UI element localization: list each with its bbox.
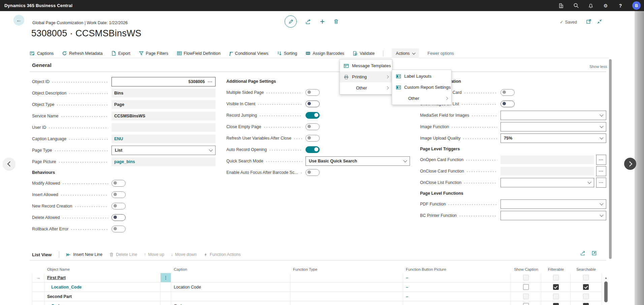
table-row[interactable]: Code Code –	[32, 301, 602, 305]
col-header-function-button-picture[interactable]: Function Button Picture	[403, 264, 511, 273]
col-header-object-name[interactable]: Object Name	[44, 264, 161, 273]
table-scrollbar[interactable]: ▲	[604, 276, 608, 302]
show-less-link[interactable]: Show less	[589, 65, 607, 69]
cell-function-button-picture[interactable]: –	[403, 282, 511, 292]
bell-icon[interactable]	[588, 3, 594, 9]
sorting-button[interactable]: Sorting	[277, 51, 297, 56]
flowfield-definition-button[interactable]: FlowField Definition	[177, 51, 221, 56]
cell-context-menu[interactable]	[161, 301, 171, 305]
assist-edit-icon[interactable]: ···	[208, 80, 213, 84]
bc-printer-function-select[interactable]	[501, 211, 606, 220]
filterable-checkbox[interactable]	[553, 284, 559, 290]
show-caption-checkbox[interactable]	[523, 275, 529, 280]
auto-record-opening-toggle[interactable]	[305, 146, 320, 153]
fewer-options-button[interactable]: Fewer options	[427, 51, 454, 56]
close-empty-page-toggle[interactable]	[305, 123, 320, 130]
show-caption-checkbox[interactable]	[523, 303, 529, 305]
open-in-window-icon[interactable]	[586, 19, 591, 24]
record-jumping-toggle[interactable]	[305, 112, 320, 119]
assist-edit-button[interactable]: ···	[596, 178, 606, 188]
avatar[interactable]: B	[632, 1, 641, 10]
delete-icon[interactable]	[333, 19, 339, 24]
previous-record-button[interactable]	[3, 158, 15, 170]
cell-function-type[interactable]	[290, 273, 403, 282]
cell-function-type[interactable]	[290, 292, 403, 301]
next-record-button[interactable]	[624, 158, 636, 170]
col-header-show-caption[interactable]: Show Caption	[511, 264, 541, 273]
onclose-list-function-select[interactable]	[501, 178, 594, 187]
cell-context-menu[interactable]	[161, 292, 171, 301]
content-scrollbar[interactable]	[609, 59, 612, 259]
searchable-checkbox[interactable]	[583, 275, 589, 280]
new-record-creation-toggle[interactable]	[111, 203, 126, 209]
edit-button[interactable]	[285, 15, 297, 28]
scroll-up-icon[interactable]: ▲	[605, 276, 607, 280]
searchable-checkbox[interactable]	[583, 294, 589, 299]
refresh-user-variables-toggle[interactable]	[305, 135, 320, 142]
share-icon[interactable]	[305, 19, 311, 25]
move-down-button[interactable]: ↓ Move down	[171, 252, 197, 257]
col-header-filterable[interactable]: Filterable	[541, 264, 571, 273]
cell-function-button-picture[interactable]: –	[403, 301, 511, 305]
searchable-checkbox[interactable]	[583, 303, 589, 305]
gear-icon[interactable]: ⚙	[603, 3, 609, 9]
assist-edit-button[interactable]: ···	[596, 155, 606, 165]
show-caption-checkbox[interactable]	[523, 284, 529, 290]
scrollbar-thumb[interactable]	[604, 281, 608, 302]
conditional-views-button[interactable]: ƒ+ Conditional Views	[229, 51, 268, 56]
assign-barcodes-button[interactable]: Assign Barcodes	[305, 51, 344, 56]
searchable-checkbox[interactable]	[583, 284, 589, 290]
multiple-sided-page-toggle[interactable]	[305, 89, 320, 96]
captions-button[interactable]: Captions	[30, 51, 54, 56]
col-header-caption[interactable]: Caption	[171, 264, 290, 273]
delete-allowed-toggle[interactable]	[111, 214, 126, 221]
table-row[interactable]: Second Part –	[32, 292, 602, 301]
cell-context-menu[interactable]	[161, 282, 171, 292]
cell-context-menu[interactable]: ⋮	[161, 273, 171, 282]
menu-item-custom-report-settings[interactable]: Custom Report Settings	[392, 82, 451, 93]
insert-new-line-button[interactable]: Insert New Line	[66, 252, 102, 257]
menu-item-label-layouts[interactable]: Label Layouts	[392, 71, 451, 82]
collapse-icon[interactable]	[597, 19, 602, 24]
menu-item-other[interactable]: Other	[340, 82, 392, 93]
cell-function-type[interactable]	[290, 282, 403, 292]
show-images-on-list-toggle[interactable]	[501, 101, 515, 107]
submenu-item-other[interactable]: Other	[392, 93, 451, 104]
breadcrumb[interactable]: Global Page Customization | Work Date: 1…	[32, 21, 128, 25]
export-button[interactable]: Export	[111, 51, 130, 56]
actions-menu-button[interactable]: Actions	[392, 48, 419, 58]
col-header-searchable[interactable]: Searchable	[571, 264, 602, 273]
new-icon[interactable]: +	[320, 17, 325, 26]
col-header-function-type[interactable]: Function Type	[290, 264, 403, 273]
company-icon[interactable]	[558, 3, 564, 9]
image-upload-quality-select[interactable]: 75%	[501, 134, 606, 143]
page-type-select[interactable]: List	[111, 146, 216, 155]
refresh-metadata-button[interactable]: Refresh Metadata	[62, 51, 102, 56]
table-row[interactable]: → First Part ⋮ –	[32, 273, 602, 282]
insert-allowed-toggle[interactable]	[111, 191, 126, 198]
menu-item-message-templates[interactable]: Message Templates	[340, 60, 392, 71]
modify-allowed-toggle[interactable]	[111, 180, 126, 187]
search-icon[interactable]	[573, 3, 579, 9]
page-picture-link[interactable]: page_bins	[111, 157, 216, 166]
filterable-checkbox[interactable]	[553, 294, 559, 299]
filterable-checkbox[interactable]	[553, 275, 559, 280]
move-up-button[interactable]: ↑ Move up	[144, 252, 164, 257]
quick-search-mode-select[interactable]: Use Basic Quick Search	[305, 156, 410, 166]
cell-caption[interactable]: Code	[171, 301, 290, 305]
back-button[interactable]: ←	[13, 15, 24, 26]
assist-edit-button[interactable]: ···	[596, 166, 606, 176]
cell-object-name[interactable]: Location_Code	[44, 282, 161, 292]
image-function-select[interactable]	[501, 122, 606, 131]
show-caption-checkbox[interactable]	[523, 294, 529, 299]
caption-language-link[interactable]: ENU	[111, 135, 216, 143]
share-icon[interactable]	[580, 251, 586, 256]
delete-line-button[interactable]: Delete Line	[109, 252, 137, 257]
mediaset-field-select[interactable]	[501, 111, 606, 120]
cell-caption[interactable]: Location Code	[171, 282, 290, 292]
pdf-function-select[interactable]	[501, 199, 606, 209]
table-row[interactable]: Location_Code Location Code –	[32, 282, 602, 292]
cell-object-name[interactable]: Second Part	[44, 292, 161, 301]
filterable-checkbox[interactable]	[553, 303, 559, 305]
page-filters-button[interactable]: Page Filters	[139, 51, 168, 56]
